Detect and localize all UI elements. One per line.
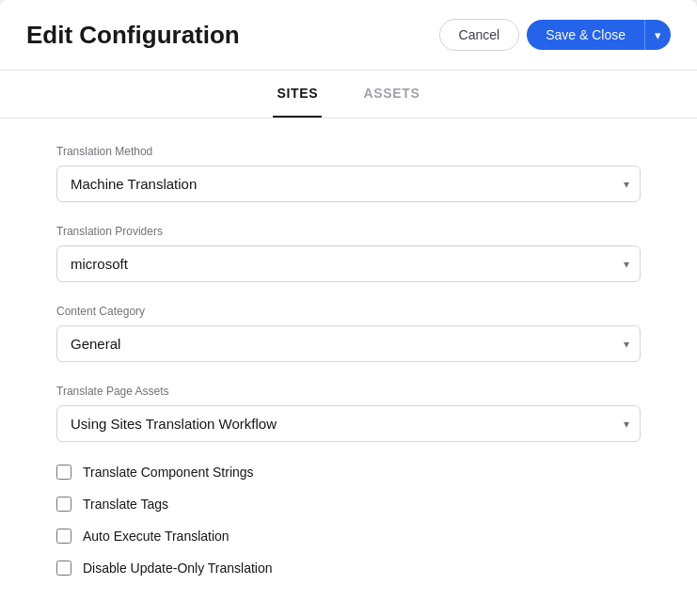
header-actions: Cancel Save & Close ▾ (439, 19, 671, 51)
content-category-select-wrapper: General Technical Marketing Legal ▾ (56, 325, 641, 362)
cancel-button[interactable]: Cancel (439, 19, 520, 51)
save-close-button[interactable]: Save & Close (527, 20, 644, 50)
checkbox-translate-tags: Translate Tags (56, 497, 641, 512)
translation-providers-group: Translation Providers microsoft google d… (56, 225, 641, 282)
form-content: Translation Method Machine Translation H… (0, 118, 697, 616)
auto-execute-translation-label[interactable]: Auto Execute Translation (83, 529, 230, 544)
tab-sites[interactable]: SITES (273, 71, 322, 118)
translate-component-strings-label[interactable]: Translate Component Strings (83, 465, 254, 480)
checkbox-disable-update-only-translation: Disable Update-Only Translation (56, 561, 641, 576)
translate-page-assets-group: Translate Page Assets Using Sites Transl… (56, 385, 641, 442)
translate-page-assets-label: Translate Page Assets (56, 385, 641, 398)
header: Edit Configuration Cancel Save & Close ▾ (0, 0, 697, 71)
translation-providers-label: Translation Providers (56, 225, 641, 238)
chevron-down-white-icon: ▾ (655, 28, 661, 42)
content-category-select[interactable]: General Technical Marketing Legal (56, 325, 641, 362)
tabs: SITES ASSETS (0, 71, 697, 118)
translation-providers-select[interactable]: microsoft google deepl (56, 245, 641, 282)
checkbox-auto-execute-translation: Auto Execute Translation (56, 529, 641, 544)
translate-tags-checkbox[interactable] (56, 497, 71, 512)
content-category-group: Content Category General Technical Marke… (56, 305, 641, 362)
translate-tags-label[interactable]: Translate Tags (83, 497, 168, 512)
translate-page-assets-select-wrapper: Using Sites Translation Workflow Transla… (56, 405, 641, 442)
save-dropdown-button[interactable]: ▾ (644, 20, 671, 50)
page-title: Edit Configuration (26, 21, 240, 50)
checkbox-translate-component-strings: Translate Component Strings (56, 465, 641, 480)
disable-update-only-translation-label[interactable]: Disable Update-Only Translation (83, 561, 273, 576)
disable-update-only-translation-checkbox[interactable] (56, 561, 71, 576)
content-category-label: Content Category (56, 305, 641, 318)
auto-execute-translation-checkbox[interactable] (56, 529, 71, 544)
tab-assets[interactable]: ASSETS (359, 71, 423, 118)
translation-providers-select-wrapper: microsoft google deepl ▾ (56, 245, 641, 282)
translation-method-group: Translation Method Machine Translation H… (56, 145, 641, 202)
edit-configuration-window: Edit Configuration Cancel Save & Close ▾… (0, 0, 697, 616)
translation-method-select-wrapper: Machine Translation Human Translation ▾ (56, 166, 641, 202)
translation-method-label: Translation Method (56, 145, 641, 158)
save-button-group: Save & Close ▾ (527, 20, 671, 50)
translate-page-assets-select[interactable]: Using Sites Translation Workflow Transla… (56, 405, 641, 442)
translation-method-select[interactable]: Machine Translation Human Translation (56, 166, 641, 202)
translate-component-strings-checkbox[interactable] (56, 465, 71, 480)
